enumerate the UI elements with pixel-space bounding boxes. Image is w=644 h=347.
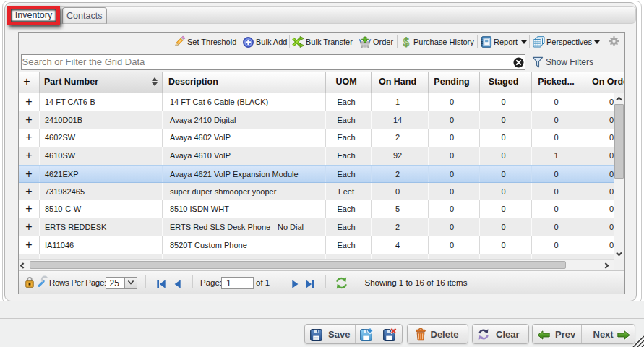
svg-text:$: $ — [403, 35, 410, 49]
